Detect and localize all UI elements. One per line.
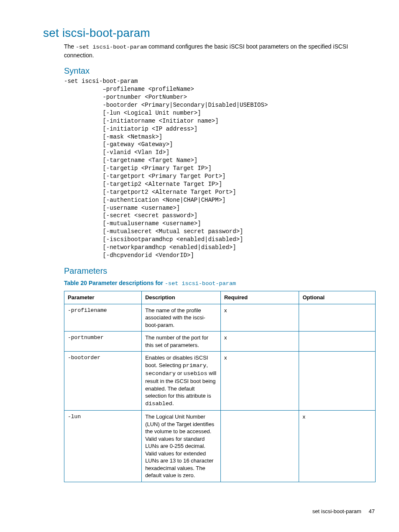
table-row: -profilename The name of the profile ass… xyxy=(64,304,376,332)
cell-param: -lun xyxy=(64,411,142,482)
cell-param: -profilename xyxy=(64,304,142,332)
cell-desc: The name of the profile associated with … xyxy=(142,304,221,332)
intro-pre: The xyxy=(64,43,76,50)
page-footer: set iscsi-boot-param 47 xyxy=(312,508,375,515)
footer-section: set iscsi-boot-param xyxy=(312,508,361,514)
cell-desc: The number of the port for this set of p… xyxy=(142,332,221,352)
cell-required: x xyxy=(220,332,299,352)
cell-optional xyxy=(299,332,376,352)
footer-page-number: 47 xyxy=(369,508,375,514)
page-title: set iscsi-boot-param xyxy=(43,25,375,41)
table-caption-code: -set iscsi-boot-param xyxy=(165,280,236,287)
cell-param: -portnumber xyxy=(64,332,142,352)
table-header-row: Parameter Description Required Optional xyxy=(64,291,376,304)
cell-required: x xyxy=(220,352,299,411)
cell-required: x xyxy=(220,304,299,332)
parameters-table: Parameter Description Required Optional … xyxy=(64,291,376,482)
col-optional: Optional xyxy=(299,291,376,304)
parameters-heading: Parameters xyxy=(64,265,375,277)
table-row: -bootorder Enables or disables iSCSI boo… xyxy=(64,352,376,411)
col-required: Required xyxy=(220,291,299,304)
table-row: -portnumber The number of the port for t… xyxy=(64,332,376,352)
syntax-block: -set iscsi-boot-param –profilename <prof… xyxy=(64,77,375,259)
cell-optional: x xyxy=(299,411,376,482)
cell-optional xyxy=(299,352,376,411)
cell-desc: Enables or disables iSCSI boot. Selectin… xyxy=(142,352,221,411)
table-row: -lun The Logical Unit Number (LUN) of th… xyxy=(64,411,376,482)
intro-code: -set iscsi-boot-param xyxy=(76,44,147,50)
col-description: Description xyxy=(142,291,221,304)
cell-desc: The Logical Unit Number (LUN) of the Tar… xyxy=(142,411,221,482)
table-caption-pre: Table 20 Parameter descriptions for xyxy=(64,280,165,286)
cell-optional xyxy=(299,304,376,332)
cell-required xyxy=(220,411,299,482)
syntax-heading: Syntax xyxy=(64,65,375,77)
col-parameter: Parameter xyxy=(64,291,142,304)
table-caption: Table 20 Parameter descriptions for -set… xyxy=(64,279,375,288)
intro-paragraph: The -set iscsi-boot-param command config… xyxy=(64,43,375,59)
cell-param: -bootorder xyxy=(64,352,142,411)
